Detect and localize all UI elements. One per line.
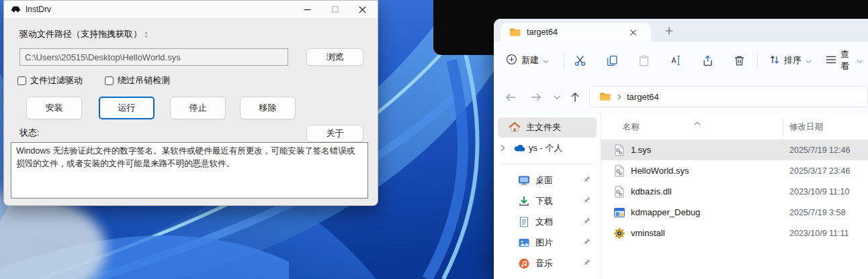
chevron-down-icon <box>543 56 549 66</box>
driver-path-input[interactable]: C:\Users\20515\Desktop\HelloWorld.sys <box>19 48 288 66</box>
sidebar: 主文件夹 ys - 个人 桌面 下载 <box>494 114 601 279</box>
file-rows: 1.sys 2025/7/19 12:46 HelloWorld.sys 202… <box>601 140 868 243</box>
column-header-date[interactable]: 修改日期 <box>789 121 823 133</box>
pin-icon <box>582 175 591 186</box>
back-icon[interactable] <box>502 89 519 106</box>
file-row[interactable]: vminstall 2023/10/9 11:11 <box>601 223 868 243</box>
share-button[interactable] <box>696 49 719 72</box>
address-bar[interactable]: target64 <box>589 86 868 107</box>
new-label: 新建 <box>521 54 539 66</box>
tab-target64[interactable]: target64 <box>501 23 651 42</box>
expand-chevron-icon[interactable] <box>501 144 505 154</box>
sidebar-item-home[interactable]: 主文件夹 <box>498 117 597 137</box>
tab-title: target64 <box>527 27 558 37</box>
sidebar-pinned-item[interactable]: 文档 <box>498 211 597 232</box>
toolbar-separator <box>564 53 564 69</box>
delete-button[interactable] <box>728 49 750 72</box>
file-list: 名称 修改日期 1.sys 2025/7/19 12:46 HelloWorld… <box>601 114 868 279</box>
file-date: 2023/10/9 11:11 <box>789 229 849 238</box>
sidebar-pinned-list: 桌面 下载 文档 图片 音乐 <box>494 170 601 274</box>
desktop-icon <box>518 174 530 186</box>
file-row[interactable]: 1.sys 2025/7/19 12:46 <box>601 140 868 160</box>
install-button[interactable]: 安装 <box>26 97 82 119</box>
tab-close-icon[interactable] <box>625 25 640 39</box>
sort-button[interactable]: 排序 <box>764 49 817 72</box>
list-lines-icon <box>826 55 836 66</box>
file-name: kdbazis.dll <box>631 186 672 197</box>
new-button[interactable]: 新建 <box>501 49 554 72</box>
up-icon[interactable] <box>566 89 584 106</box>
driver-path-label: 驱动文件路径（支持拖拽获取）： <box>19 28 150 40</box>
sidebar-divider <box>502 164 593 164</box>
file-name: kdmapper_Debug <box>631 207 700 217</box>
file-name: HelloWorld.sys <box>631 166 689 176</box>
explorer-window: target64 新建 <box>494 19 868 279</box>
file-row[interactable]: HelloWorld.sys 2025/3/17 23:46 <box>601 160 868 181</box>
file-date: 2023/10/9 11:10 <box>789 187 849 197</box>
new-tab-button[interactable] <box>660 23 678 38</box>
run-button[interactable]: 运行 <box>99 97 155 119</box>
checkbox-label: 文件过滤驱动 <box>30 74 83 87</box>
column-headers: 名称 修改日期 <box>601 114 868 138</box>
onedrive-cloud-icon <box>514 142 526 154</box>
stop-button[interactable]: 停止 <box>170 97 226 119</box>
minimize-button[interactable] <box>294 1 321 18</box>
column-separator[interactable] <box>783 119 783 135</box>
view-label: 查看 <box>840 48 853 72</box>
file-name: vminstall <box>631 228 665 238</box>
sidebar-pinned-item[interactable]: 图片 <box>498 232 597 253</box>
sidebar-pinned-item[interactable]: 下载 <box>498 190 597 211</box>
plus-circle-icon <box>506 54 517 67</box>
command-bar: 新建 <box>494 42 868 80</box>
browse-button[interactable]: 浏览 <box>306 48 363 66</box>
sidebar-pinned-item[interactable]: 桌面 <box>498 170 597 190</box>
sys-file-icon <box>613 165 625 177</box>
copy-button[interactable] <box>601 49 623 72</box>
file-date: 2025/3/17 23:46 <box>789 166 850 176</box>
column-header-name[interactable]: 名称 <box>623 121 640 133</box>
instdrv-app-icon <box>11 3 21 16</box>
breadcrumb[interactable]: target64 <box>627 92 659 102</box>
instdrv-titlebar[interactable]: InstDrv <box>4 1 378 18</box>
sys-file-icon <box>613 186 625 198</box>
about-button[interactable]: 关于 <box>306 125 363 142</box>
app-icon <box>613 207 625 219</box>
checkbox-box[interactable] <box>17 76 26 85</box>
remove-button[interactable]: 移除 <box>240 97 296 119</box>
paste-button[interactable] <box>632 49 655 72</box>
cut-button[interactable] <box>568 49 591 72</box>
file-row[interactable]: kdmapper_Debug 2025/7/19 3:58 <box>601 202 868 223</box>
pictures-icon <box>518 237 530 249</box>
music-icon <box>518 258 530 270</box>
maximize-button[interactable] <box>321 1 349 18</box>
chevron-down-icon <box>857 56 863 66</box>
file-date: 2025/7/19 3:58 <box>789 208 845 217</box>
sort-ascending-icon <box>694 116 701 128</box>
sidebar-item-label: 主文件夹 <box>526 121 561 133</box>
file-filter-driver-checkbox[interactable]: 文件过滤驱动 <box>17 74 83 87</box>
checkbox-box[interactable] <box>105 76 114 85</box>
gear-icon <box>613 227 625 239</box>
status-label: 状态: <box>19 127 40 139</box>
recent-locations-chevron-icon[interactable] <box>550 89 564 106</box>
pin-icon <box>582 196 591 207</box>
file-date: 2025/7/19 12:46 <box>789 146 850 155</box>
window-title: InstDrv <box>26 5 51 14</box>
sort-label: 排序 <box>784 54 801 66</box>
sidebar-item-onedrive[interactable]: ys - 个人 <box>498 137 597 158</box>
downloads-icon <box>518 195 530 207</box>
view-button[interactable]: 查看 <box>820 49 868 72</box>
sidebar-pinned-item[interactable]: 音乐 <box>498 253 597 274</box>
file-name: 1.sys <box>631 145 651 155</box>
rename-button[interactable] <box>664 49 687 72</box>
explorer-content: 主文件夹 ys - 个人 桌面 下载 <box>494 114 868 279</box>
forward-icon[interactable] <box>527 89 545 106</box>
sort-arrows-icon <box>769 54 780 67</box>
home-icon <box>509 121 521 133</box>
bypass-revocation-checkbox[interactable]: 绕过吊销检测 <box>105 74 170 87</box>
folder-icon <box>599 92 611 101</box>
file-row[interactable]: kdbazis.dll 2023/10/9 11:10 <box>601 181 868 202</box>
status-textbox[interactable]: Windows 无法验证此文件的数字签名。某软件或硬件最近有所更改，可能安装了签… <box>11 142 368 199</box>
close-icon[interactable] <box>349 1 376 18</box>
chevron-down-icon <box>806 56 812 66</box>
